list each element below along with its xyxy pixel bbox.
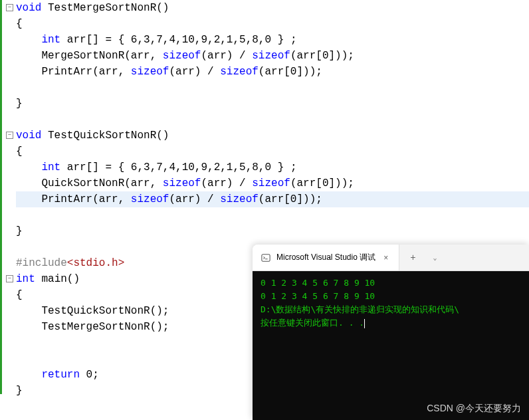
- code-line[interactable]: {: [16, 144, 529, 159]
- terminal-line: 按任意键关闭此窗口. . .: [261, 316, 521, 330]
- code-line[interactable]: [16, 112, 529, 128]
- code-line[interactable]: {: [16, 16, 529, 32]
- editor-gutter: [0, 0, 13, 420]
- tab-dropdown-icon[interactable]: ⌄: [427, 254, 444, 262]
- code-line[interactable]: MergeSortNonR(arr, sizeof(arr) / sizeof(…: [16, 48, 529, 64]
- code-line[interactable]: int arr[] = { 6,3,7,4,10,9,2,1,5,8,0 } ;: [16, 32, 529, 48]
- terminal-cursor: [364, 319, 365, 328]
- terminal-tabs: Microsoft Visual Studio 调试 × + ⌄: [253, 245, 529, 271]
- collapse-toggle[interactable]: −: [6, 132, 13, 139]
- code-line[interactable]: [16, 207, 529, 223]
- code-line[interactable]: int arr[] = { 6,3,7,4,10,9,2,1,5,8,0 } ;: [16, 159, 529, 175]
- code-line[interactable]: }: [16, 223, 529, 239]
- watermark: CSDN @今天还要努力: [427, 403, 521, 415]
- code-line[interactable]: −void TestMergeSortNonR(): [16, 0, 529, 16]
- terminal-icon: [261, 253, 271, 263]
- terminal-window: Microsoft Visual Studio 调试 × + ⌄ 0 1 2 3…: [253, 245, 529, 420]
- collapse-toggle[interactable]: −: [6, 4, 13, 11]
- terminal-line: 0 1 2 3 4 5 6 7 8 9 10: [261, 276, 521, 290]
- terminal-output[interactable]: 0 1 2 3 4 5 6 7 8 9 100 1 2 3 4 5 6 7 8 …: [253, 271, 529, 420]
- code-line[interactable]: PrintArr(arr, sizeof(arr) / sizeof(arr[0…: [16, 64, 529, 80]
- code-line[interactable]: PrintArr(arr, sizeof(arr) / sizeof(arr[0…: [16, 191, 529, 207]
- terminal-line: 0 1 2 3 4 5 6 7 8 9 10: [261, 290, 521, 303]
- terminal-tab[interactable]: Microsoft Visual Studio 调试 ×: [253, 245, 399, 270]
- tab-title: Microsoft Visual Studio 调试: [276, 252, 375, 263]
- svg-rect-0: [262, 254, 270, 261]
- code-line[interactable]: }: [16, 96, 529, 112]
- code-line[interactable]: [16, 80, 529, 96]
- terminal-line: D:\数据结构\有关快排的非递归实现的知识和代码\: [261, 303, 521, 316]
- add-tab-button[interactable]: +: [399, 253, 426, 263]
- collapse-toggle[interactable]: −: [6, 275, 13, 282]
- code-line[interactable]: −void TestQuickSortNonR(): [16, 128, 529, 144]
- close-icon[interactable]: ×: [381, 253, 391, 262]
- code-line[interactable]: QuickSortNonR(arr, sizeof(arr) / sizeof(…: [16, 175, 529, 191]
- change-indicator: [0, 0, 2, 394]
